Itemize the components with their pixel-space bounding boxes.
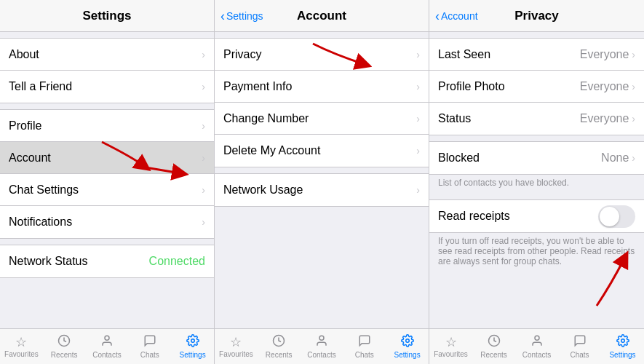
status-row[interactable]: Status Everyone ›: [429, 103, 644, 135]
profile-row[interactable]: Profile ›: [0, 110, 214, 142]
tab-chats-3[interactable]: Chats: [558, 329, 601, 364]
privacy-back-button[interactable]: ‹ Account: [435, 9, 478, 23]
account-header: ‹ Settings Account: [215, 0, 429, 32]
recents-icon-2: [272, 334, 285, 349]
network-usage-row[interactable]: Network Usage ›: [215, 174, 429, 206]
status-label: Status: [438, 112, 471, 125]
settings-title: Settings: [82, 9, 131, 23]
last-seen-value: Everyone: [580, 48, 629, 61]
svg-point-5: [319, 336, 324, 340]
favourites-icon-3: ☆: [445, 336, 457, 349]
notifications-row[interactable]: Notifications ›: [0, 206, 214, 238]
tab-favourites-3[interactable]: ☆ Favourites: [429, 329, 472, 364]
read-receipts-row[interactable]: Read receipts: [429, 200, 644, 232]
recents-icon-3: [488, 334, 501, 349]
recents-label-1: Recents: [51, 351, 78, 359]
privacy-panel: ‹ Account Privacy Last Seen Everyone › P…: [429, 0, 644, 328]
account-title: Account: [297, 9, 346, 23]
payment-info-label: Payment Info: [223, 80, 292, 93]
recents-label-2: Recents: [266, 351, 293, 359]
change-number-label: Change Number: [223, 112, 309, 125]
notifications-label: Notifications: [9, 215, 72, 229]
tab-favourites-1[interactable]: ☆ Favourites: [0, 329, 43, 364]
account-label: Account: [9, 151, 51, 165]
tab-recents-2[interactable]: Recents: [258, 329, 301, 364]
contacts-label-2: Contacts: [307, 351, 335, 359]
tab-settings-1[interactable]: Settings: [171, 329, 214, 364]
network-status-label: Network Status: [9, 255, 87, 268]
read-receipts-note: If you turn off read receipts, you won't…: [429, 233, 644, 272]
chats-icon-1: [143, 334, 156, 349]
account-row[interactable]: Account ›: [0, 142, 214, 174]
chats-icon-3: [573, 334, 587, 349]
delete-account-row[interactable]: Delete My Account ›: [215, 135, 429, 167]
favourites-label-2: Favourites: [219, 350, 253, 358]
tab-contacts-2[interactable]: Contacts: [301, 329, 343, 364]
privacy-title: Privacy: [514, 9, 559, 23]
settings-section-1: About › Tell a Friend ›: [0, 38, 214, 103]
privacy-section-1: Last Seen Everyone › Profile Photo Every…: [429, 38, 644, 135]
svg-point-9: [621, 339, 624, 343]
favourites-icon-2: ☆: [230, 336, 242, 349]
payment-info-row[interactable]: Payment Info ›: [215, 71, 429, 103]
settings-section-3: Network Status Connected: [0, 245, 214, 278]
tab-settings-3[interactable]: Settings: [601, 329, 644, 364]
profile-photo-chevron: ›: [632, 81, 635, 92]
account-chevron: ›: [202, 152, 205, 164]
privacy-tab-bar: ☆ Favourites Recents Contacts Chats Se: [429, 329, 644, 364]
privacy-section-3: Read receipts: [429, 199, 644, 233]
network-usage-label: Network Usage: [223, 183, 303, 197]
tab-contacts-1[interactable]: Contacts: [86, 329, 129, 364]
account-back-label: Settings: [226, 10, 263, 22]
settings-label-3: Settings: [609, 351, 635, 359]
tab-settings-2[interactable]: Settings: [386, 329, 429, 364]
chat-settings-label: Chat Settings: [9, 183, 79, 197]
blocked-value: None: [601, 151, 629, 165]
tell-a-friend-chevron: ›: [202, 81, 205, 92]
read-receipts-label: Read receipts: [438, 210, 510, 223]
profile-label: Profile: [9, 119, 41, 132]
last-seen-label: Last Seen: [438, 48, 490, 61]
payment-info-chevron: ›: [416, 81, 420, 92]
chats-label-2: Chats: [355, 351, 374, 359]
change-number-row[interactable]: Change Number ›: [215, 103, 429, 135]
tab-chats-2[interactable]: Chats: [343, 329, 386, 364]
contacts-label-3: Contacts: [522, 351, 551, 359]
about-chevron: ›: [202, 49, 205, 60]
blocked-chevron: ›: [632, 152, 635, 164]
contacts-label-1: Contacts: [92, 351, 121, 359]
favourites-label-1: Favourites: [4, 350, 39, 358]
svg-point-2: [105, 336, 109, 340]
svg-point-6: [405, 339, 409, 343]
settings-section-2: Profile › Account › Chat Settings ›: [0, 109, 214, 239]
privacy-section-2: Blocked None ›: [429, 141, 644, 175]
read-receipts-toggle[interactable]: [598, 205, 635, 228]
privacy-back-chevron: ‹: [435, 9, 440, 23]
settings-icon-1: [186, 334, 199, 349]
chat-settings-chevron: ›: [202, 184, 205, 196]
blocked-row[interactable]: Blocked None ›: [429, 142, 644, 174]
about-row[interactable]: About ›: [0, 39, 214, 71]
blocked-label: Blocked: [438, 151, 480, 165]
account-back-button[interactable]: ‹ Settings: [220, 9, 263, 23]
settings-panel: Settings About › Tell a Friend ›: [0, 0, 215, 328]
last-seen-row[interactable]: Last Seen Everyone ›: [429, 39, 644, 71]
tab-contacts-3[interactable]: Contacts: [515, 329, 558, 364]
favourites-label-3: Favourites: [434, 350, 468, 358]
tab-recents-3[interactable]: Recents: [472, 329, 515, 364]
tell-a-friend-row[interactable]: Tell a Friend ›: [0, 71, 214, 103]
tab-chats-1[interactable]: Chats: [128, 329, 171, 364]
svg-point-8: [535, 336, 539, 340]
network-status-row[interactable]: Network Status Connected: [0, 245, 214, 277]
recents-icon-1: [57, 334, 71, 349]
privacy-row[interactable]: Privacy ›: [215, 39, 429, 71]
profile-photo-row[interactable]: Profile Photo Everyone ›: [429, 71, 644, 103]
privacy-header: ‹ Account Privacy: [429, 0, 644, 32]
tab-favourites-2[interactable]: ☆ Favourites: [215, 329, 258, 364]
settings-label-2: Settings: [394, 351, 421, 359]
chat-settings-row[interactable]: Chat Settings ›: [0, 174, 214, 206]
tab-recents-1[interactable]: Recents: [43, 329, 86, 364]
contacts-icon-2: [315, 334, 328, 349]
account-back-chevron: ‹: [220, 9, 225, 23]
network-status-value: Connected: [149, 255, 205, 268]
